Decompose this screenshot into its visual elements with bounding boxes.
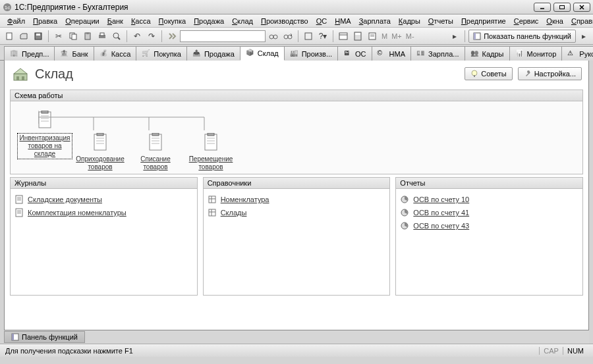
- menu-продажа[interactable]: Продажа: [190, 16, 227, 26]
- svg-text:1c: 1c: [5, 5, 10, 11]
- print-icon[interactable]: [96, 30, 109, 43]
- schema-node-1[interactable]: Оприходование товаров: [72, 133, 128, 171]
- schema-groupbox: Схема работы Инвентаризация товаров на с…: [10, 90, 583, 174]
- tab-2[interactable]: 💰Касса: [94, 46, 137, 61]
- svg-rect-34: [22, 76, 24, 80]
- ref-icon: [208, 208, 217, 217]
- svg-rect-10: [72, 34, 76, 39]
- tab-10[interactable]: 👥Кадры: [465, 46, 510, 61]
- binoculars-icon[interactable]: [267, 30, 280, 43]
- tab-0[interactable]: 🏢Предп...: [4, 46, 55, 61]
- report-link-1[interactable]: ОСВ по счету 41: [400, 206, 579, 219]
- open-icon[interactable]: [17, 30, 30, 43]
- journal-link-0[interactable]: Складские документы: [14, 193, 193, 206]
- menu-покупка[interactable]: Покупка: [155, 16, 190, 26]
- svg-point-15: [113, 33, 119, 38]
- menu-зарплата[interactable]: Зарплата: [356, 16, 394, 26]
- tab-icon: 🖥: [343, 49, 353, 59]
- schema-node-3[interactable]: Перемещение товаров: [183, 133, 239, 171]
- tab-9[interactable]: 💵Зарпла...: [410, 46, 465, 61]
- bottom-tab-panel[interactable]: Панель функций: [4, 331, 85, 343]
- svg-point-35: [472, 70, 477, 76]
- tab-4[interactable]: 📤Продажа: [186, 46, 240, 61]
- toolbar-overflow-icon[interactable]: ▸: [577, 30, 590, 43]
- svg-point-18: [273, 35, 277, 39]
- binoculars-next-icon[interactable]: [281, 30, 295, 43]
- m-minus-label[interactable]: M-: [405, 32, 416, 40]
- menu-окна[interactable]: Окна: [543, 16, 567, 26]
- cut-icon[interactable]: ✂: [52, 30, 65, 43]
- menu-сервис[interactable]: Сервис: [511, 16, 542, 26]
- show-panel-button[interactable]: Показать панель функций: [468, 30, 576, 43]
- tab-icon: 📦: [246, 49, 255, 58]
- advice-button[interactable]: Советы: [465, 67, 512, 80]
- save-icon[interactable]: [32, 30, 45, 43]
- tab-1[interactable]: 🏦Банк: [54, 46, 94, 61]
- lightbulb-icon: [470, 70, 478, 78]
- svg-rect-25: [355, 33, 360, 35]
- m-plus-label[interactable]: M+: [390, 32, 403, 40]
- tab-6[interactable]: 🏭Произв...: [284, 46, 338, 61]
- menu-нма[interactable]: НМА: [331, 16, 354, 26]
- menu-касса[interactable]: Касса: [128, 16, 154, 26]
- menu-предприятие[interactable]: Предприятие: [458, 16, 509, 26]
- preview-icon[interactable]: [110, 30, 123, 43]
- menu-ос[interactable]: ОС: [313, 16, 331, 26]
- menu-операции[interactable]: Операции: [62, 16, 102, 26]
- svg-rect-8: [36, 34, 40, 36]
- menu-кадры[interactable]: Кадры: [395, 16, 424, 26]
- m-label[interactable]: M: [380, 32, 389, 40]
- help-dropdown-icon[interactable]: ?▾: [316, 30, 329, 43]
- journal-icon: [14, 208, 24, 217]
- undo-icon[interactable]: ↶: [130, 30, 144, 43]
- close-button[interactable]: [573, 3, 590, 12]
- svg-rect-30: [474, 33, 476, 39]
- journal-icon: [14, 195, 24, 204]
- svg-marker-32: [14, 68, 27, 74]
- tab-3[interactable]: 🛒Покупка: [136, 46, 187, 61]
- report-link-2[interactable]: ОСВ по счету 43: [400, 219, 579, 232]
- ref-link-1[interactable]: Склады: [208, 206, 386, 219]
- tab-12[interactable]: ⚠Руково...: [561, 46, 593, 61]
- new-doc-icon[interactable]: [3, 30, 16, 43]
- menu-отчеты[interactable]: Отчеты: [425, 16, 457, 26]
- svg-rect-12: [86, 32, 89, 34]
- minimize-button[interactable]: [534, 3, 551, 12]
- reports-column: Отчеты ОСВ по счету 10ОСВ по счету 41ОСВ…: [395, 177, 583, 296]
- ref-icon: [208, 195, 217, 204]
- find-icon[interactable]: [165, 30, 179, 43]
- tab-11[interactable]: 📊Монитор: [509, 46, 563, 61]
- menu-производство[interactable]: Производство: [258, 16, 312, 26]
- tab-icon: 💰: [99, 49, 109, 59]
- ref-link-0[interactable]: Номенклатура: [208, 193, 386, 206]
- redo-icon[interactable]: ↷: [145, 30, 158, 43]
- schema-title: Схема работы: [11, 90, 582, 101]
- tab-8[interactable]: ©НМА: [372, 46, 411, 61]
- overflow-icon[interactable]: ▸: [448, 30, 461, 43]
- report-link-0[interactable]: ОСВ по счету 10: [400, 193, 579, 206]
- report-icon[interactable]: [366, 30, 379, 43]
- svg-point-17: [269, 35, 273, 39]
- search-input[interactable]: [180, 30, 266, 42]
- paste-icon[interactable]: [81, 30, 94, 43]
- journal-link-1[interactable]: Комплектация номенклатуры: [14, 206, 193, 219]
- menu-банк[interactable]: Банк: [104, 16, 127, 26]
- guide-icon[interactable]: [302, 30, 315, 43]
- menu-справка[interactable]: Справка: [568, 16, 593, 26]
- tab-5[interactable]: 📦Склад: [240, 46, 285, 61]
- calendar-icon[interactable]: [337, 30, 350, 43]
- svg-rect-6: [7, 33, 12, 39]
- settings-button[interactable]: Настройка...: [518, 67, 582, 80]
- warehouse-page-icon: [11, 65, 30, 83]
- menu-файл[interactable]: Файл: [4, 16, 28, 26]
- panel-small-icon: [11, 333, 19, 341]
- copy-icon[interactable]: [67, 30, 80, 43]
- menu-склад[interactable]: Склад: [229, 16, 256, 26]
- schema-node-2[interactable]: Списание товаров: [128, 133, 183, 171]
- report-icon: [400, 195, 409, 204]
- menu-правка[interactable]: Правка: [30, 16, 61, 26]
- tab-strip: 🏢Предп...🏦Банк💰Касса🛒Покупка📤Продажа📦Скл…: [0, 45, 593, 61]
- calculator-icon[interactable]: [351, 30, 364, 43]
- maximize-button[interactable]: [553, 3, 571, 12]
- tab-7[interactable]: 🖥ОС: [337, 46, 372, 61]
